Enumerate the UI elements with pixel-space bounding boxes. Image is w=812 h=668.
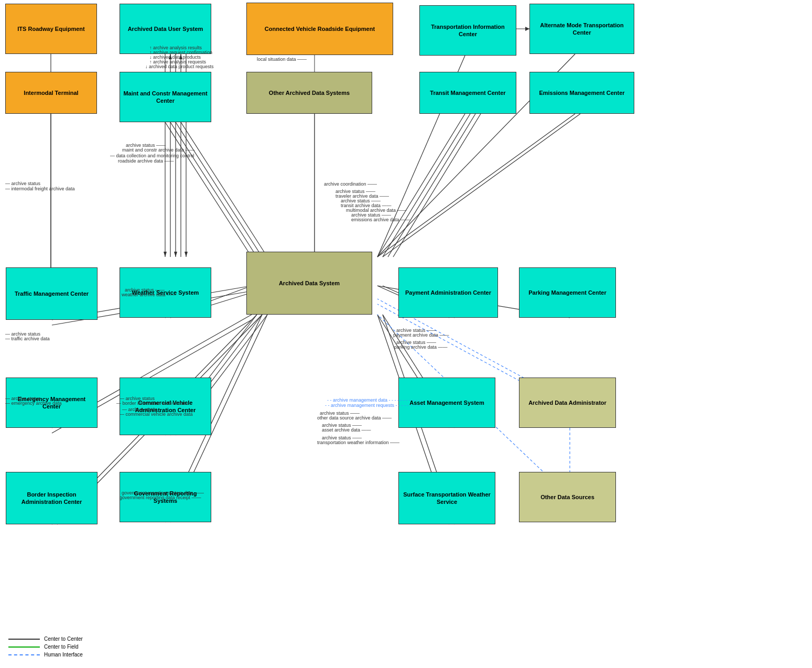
flow-label-mc-data: maint and constr archive data —— xyxy=(122,147,195,153)
surface-transport-weather-label: Surface Transportation Weather Service xyxy=(402,491,492,506)
legend-line-c2f xyxy=(8,647,40,648)
svg-line-16 xyxy=(170,122,257,257)
svg-line-25 xyxy=(383,114,580,257)
archived-data-admin-label: Archived Data Administrator xyxy=(528,399,607,406)
connected-vehicle-node: Connected Vehicle Roadside Equipment xyxy=(246,3,393,55)
flow-label-local: local situation data —— xyxy=(257,57,307,62)
legend-label-c2c: Center to Center xyxy=(44,636,83,642)
legend-label-hi: Human Interface xyxy=(44,652,83,658)
flow-label-roadside: roadside archive data —— xyxy=(118,158,174,164)
maint-constr-node: Maint and Constr Management Center xyxy=(120,72,211,122)
flow-label-traffic: — traffic archive data xyxy=(5,336,50,341)
legend-label-c2f: Center to Field xyxy=(44,644,79,650)
flow-label-arch-status-int: — archive status xyxy=(5,181,40,186)
alternate-mode-label: Alternate Mode Transportation Center xyxy=(533,21,631,37)
svg-line-23 xyxy=(393,114,481,257)
legend-line-hi xyxy=(8,654,40,655)
emissions-mgmt-label: Emissions Management Center xyxy=(539,89,624,96)
flow-label-arch-mgmt-req: - - archive management requests - - - - … xyxy=(325,403,423,408)
svg-line-21 xyxy=(383,114,470,257)
flow-label-int-freight: — intermodal freight archive data xyxy=(5,186,75,191)
intermodal-terminal-label: Intermodal Terminal xyxy=(24,89,78,96)
transportation-info-label: Transportation Information Center xyxy=(423,23,513,38)
intermodal-terminal-node: Intermodal Terminal xyxy=(5,72,97,114)
connected-vehicle-label: Connected Vehicle Roadside Equipment xyxy=(265,25,375,33)
border-inspection-label: Border Inspection Administration Center xyxy=(9,491,94,506)
legend: Center to Center Center to Field Human I… xyxy=(8,636,83,660)
legend-center-to-center: Center to Center xyxy=(8,636,83,642)
surface-transport-weather-node: Surface Transportation Weather Service xyxy=(398,472,495,524)
svg-marker-8 xyxy=(174,252,177,257)
svg-line-15 xyxy=(165,122,252,257)
border-inspection-node: Border Inspection Administration Center xyxy=(6,472,98,524)
svg-line-22 xyxy=(388,114,475,257)
commercial-vehicle-node: Commercial Vehicle Administration Center xyxy=(120,378,211,435)
svg-line-18 xyxy=(181,122,267,257)
flow-label-emergency: — emergency archive data xyxy=(5,401,62,406)
other-data-sources-label: Other Data Sources xyxy=(540,493,594,501)
transit-mgmt-node: Transit Management Center xyxy=(419,72,516,114)
svg-marker-10 xyxy=(185,252,188,257)
parking-mgmt-node: Parking Management Center xyxy=(519,267,616,318)
alternate-mode-node: Alternate Mode Transportation Center xyxy=(529,4,634,54)
flow-label-emissions: emissions archive data —— xyxy=(351,217,410,222)
svg-marker-50 xyxy=(525,27,529,31)
svg-marker-6 xyxy=(164,252,167,257)
flow-label-5: ↓ archived data product requests xyxy=(145,64,214,69)
flow-label-ods-data: other data source archive data —— xyxy=(317,415,392,421)
flow-label-arch-coord: archive coordination —— xyxy=(324,181,377,187)
other-archived-node: Other Archived Data Systems xyxy=(246,72,372,114)
payment-admin-label: Payment Administration Center xyxy=(405,289,491,296)
diagram-container: ITS Roadway Equipment Archived Data User… xyxy=(0,0,812,668)
flow-label-weather-data: weather archive data —— xyxy=(122,292,176,297)
archived-data-system-label: Archived Data System xyxy=(279,279,340,287)
its-roadway-node: ITS Roadway Equipment xyxy=(5,4,97,54)
transit-mgmt-label: Transit Management Center xyxy=(430,89,505,96)
maint-constr-label: Maint and Constr Management Center xyxy=(123,90,208,105)
other-data-sources-node: Other Data Sources xyxy=(519,472,616,522)
flow-label-transport-weather: transportation weather information —— xyxy=(317,440,399,445)
flow-label-arch-mgmt: - - archive management data - - - - - - … xyxy=(327,397,422,403)
flow-label-dc-ctrl: — data collection and monitoring control xyxy=(110,153,194,158)
flow-label-parking: parking archive data —— xyxy=(394,344,448,350)
parking-mgmt-label: Parking Management Center xyxy=(528,289,607,296)
archived-data-admin-node: Archived Data Administrator xyxy=(519,378,616,428)
transportation-info-node: Transportation Information Center xyxy=(419,5,516,56)
legend-human-interface: Human Interface xyxy=(8,652,83,658)
archived-data-system-node: Archived Data System xyxy=(246,252,372,315)
flow-label-border: — border information archive data xyxy=(116,401,188,406)
flow-label-gov-receipt: government reporting data receipt —— xyxy=(120,495,201,500)
its-roadway-label: ITS Roadway Equipment xyxy=(17,25,84,33)
flow-label-cv-data: — commercial vehicle archive data xyxy=(120,412,193,417)
svg-line-17 xyxy=(176,122,262,257)
traffic-mgmt-node: Traffic Management Center xyxy=(6,267,98,320)
flow-label-asset: asset archive data —— xyxy=(322,427,371,433)
payment-admin-node: Payment Administration Center xyxy=(398,267,498,318)
traffic-mgmt-label: Traffic Management Center xyxy=(15,290,89,297)
legend-line-c2c xyxy=(8,639,40,640)
emissions-mgmt-node: Emissions Management Center xyxy=(529,72,634,114)
archived-data-user-label: Archived Data User System xyxy=(128,25,203,33)
legend-center-to-field: Center to Field xyxy=(8,644,83,650)
svg-line-24 xyxy=(377,114,575,257)
flow-label-payment: payment archive data —— xyxy=(393,332,449,338)
svg-line-20 xyxy=(377,114,465,257)
other-archived-label: Other Archived Data Systems xyxy=(269,89,350,96)
